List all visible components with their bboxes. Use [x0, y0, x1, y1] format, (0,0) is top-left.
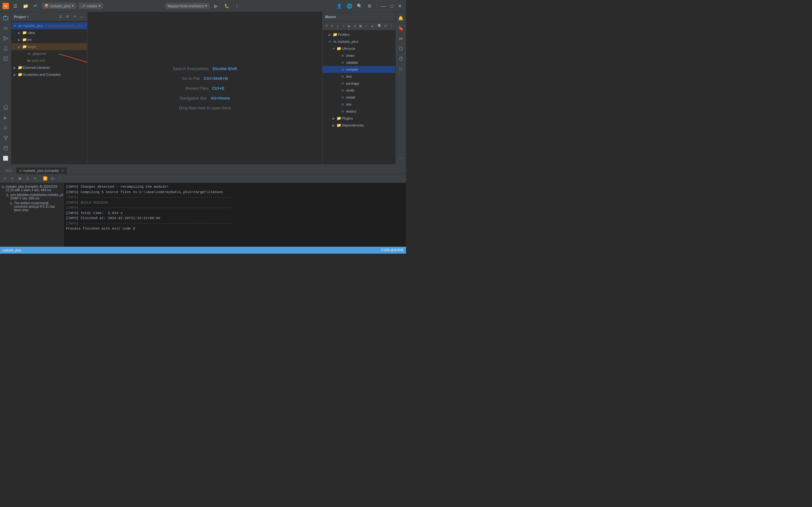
svg-rect-8	[6, 38, 8, 39]
nav-back[interactable]: ↶	[32, 2, 39, 10]
tree-item-src[interactable]: ▶ 📁 src	[11, 36, 87, 43]
status-right: CSDN @辈辈辈	[381, 248, 403, 252]
panel-settings-icon[interactable]: ⚙	[64, 14, 71, 20]
run-button[interactable]: ▶	[212, 2, 220, 10]
bottom-tab-run[interactable]: Run	[3, 167, 15, 174]
maven-reload-icon[interactable]: ⟳	[330, 22, 335, 30]
tree-item-pom[interactable]: m pom.xml	[11, 57, 87, 64]
panel-minimize-icon[interactable]: —	[78, 14, 85, 20]
right-gradle-icon[interactable]	[396, 44, 406, 53]
maven-item-package[interactable]: ⚙ package	[323, 80, 395, 87]
sidebar-project-icon[interactable]	[1, 13, 10, 23]
maven-stop-icon[interactable]: ⏹	[358, 22, 363, 30]
close-tab-icon[interactable]: ✕	[61, 169, 64, 172]
maven-skip-test-icon[interactable]: ⊘	[353, 22, 358, 30]
debug-button[interactable]: 🐛	[222, 2, 231, 10]
sidebar-vcs-icon[interactable]	[1, 23, 10, 33]
sidebar-terminal-icon[interactable]: ⬜	[1, 154, 10, 163]
search-icon[interactable]: 🔍	[356, 2, 363, 10]
right-todo-icon[interactable]: ☑	[396, 64, 406, 73]
maven-item-deploy[interactable]: ⚙ deploy	[323, 108, 395, 115]
tree-item-target[interactable]: ▶ 📁 target	[11, 43, 87, 50]
maven-arrow-clean	[335, 53, 340, 58]
maven-item-validate[interactable]: ⚙ validate	[323, 59, 395, 66]
user-icon[interactable]: 👤	[335, 2, 343, 10]
maven-more-icon[interactable]: ⋮	[389, 22, 394, 30]
sidebar-debug-icon[interactable]	[1, 123, 10, 132]
folder-icon[interactable]: 📁	[21, 2, 29, 10]
bottom-restart-icon[interactable]: ↺	[1, 175, 8, 182]
project-selector[interactable]: 📦 mybatis_plus ▾	[42, 3, 76, 9]
more-run-options[interactable]: ⋮	[233, 2, 241, 10]
sidebar-notifications-icon[interactable]	[1, 103, 10, 112]
maven-item-verify[interactable]: ⚙ verify	[323, 87, 395, 94]
maven-item-profiles[interactable]: ▶ 📁 Profiles	[323, 31, 395, 38]
maven-checksum-icon[interactable]: ✓	[364, 22, 369, 30]
maven-item-clean[interactable]: ⚙ clean	[323, 52, 395, 59]
project-dropdown-icon: ▾	[72, 4, 73, 8]
minimize-button[interactable]: —	[380, 3, 387, 9]
console-line-2: [INFO] Compiling 5 source files to C:\Ja…	[66, 189, 403, 195]
maven-item-compile[interactable]: ⚙ compile	[323, 66, 395, 73]
bottom-rerun-icon[interactable]: ⟳	[9, 175, 16, 182]
panel-locate-icon[interactable]: ◎	[57, 14, 64, 20]
right-notifications-icon[interactable]: 🔔	[396, 13, 406, 23]
maven-item-install[interactable]: ⚙ install	[323, 94, 395, 101]
status-csdn: CSDN @辈辈辈	[381, 248, 403, 252]
bottom-eye-icon[interactable]: 👁	[32, 175, 39, 182]
editor-area: Search Everywhere Double Shift Go to Fil…	[88, 12, 322, 164]
run-tree-compile-root[interactable]: ⚠ mybatis_plus [compile]: At 2024/2/20 2…	[1, 184, 62, 192]
maven-run-icon[interactable]: ▶	[347, 22, 352, 30]
maven-settings-icon[interactable]: ⚙	[383, 22, 388, 30]
hint-goto-file: Go to File Ctrl+Shift+N	[182, 76, 228, 81]
maven-item-lifecycle[interactable]: ▼ 📁 Lifecycle	[323, 45, 395, 52]
tree-item-root[interactable]: ▼ m mybatis_plus C:\Java\code\mybatis_pl…	[11, 22, 87, 29]
bottom-stop-icon[interactable]: ⏹	[16, 175, 23, 182]
maven-download-icon[interactable]: ⤓	[335, 22, 340, 30]
sidebar-bookmark-icon[interactable]	[1, 44, 10, 53]
branch-selector[interactable]: ⎇ master ▾	[79, 3, 103, 9]
run-tree-artifact-warn[interactable]: ⚠ The artifact mysql:mysql-connector-jav…	[1, 201, 62, 213]
tree-item-gitignore[interactable]: ⚙ .gitignore	[11, 50, 87, 57]
right-database-icon[interactable]	[396, 54, 406, 63]
maven-item-plugins[interactable]: ▶ 📁 Plugins	[323, 115, 395, 122]
sidebar-structure-icon[interactable]	[1, 34, 10, 43]
translate-icon[interactable]: 🌐	[345, 2, 353, 10]
maven-item-test[interactable]: ⚙ test	[323, 73, 395, 80]
bottom-wrap-icon[interactable]: ⏭	[49, 175, 56, 182]
maven-arrow-module: ▼	[328, 39, 332, 44]
tree-icon-scratches: 📁	[18, 72, 22, 77]
settings-icon[interactable]: ⚙	[366, 2, 373, 10]
right-maven-icon[interactable]: m	[396, 34, 406, 43]
right-bookmarks-icon[interactable]: 🔖	[396, 23, 406, 33]
bottom-more-icon[interactable]: ⋮	[57, 175, 64, 182]
sidebar-git-icon[interactable]	[1, 133, 10, 143]
bottom-scroll-end-icon[interactable]: ⏬	[42, 175, 49, 182]
console-output[interactable]: [INFO] Changes detected - recompiling th…	[63, 183, 406, 247]
sidebar-todo-icon[interactable]	[1, 54, 10, 63]
maven-resolve-icon[interactable]: ◈	[370, 22, 375, 30]
maven-arrow-site	[335, 102, 340, 107]
maven-search-icon[interactable]: 🔍	[377, 22, 383, 30]
tree-item-idea[interactable]: ▶ 📁 .idea	[11, 29, 87, 36]
maven-add-icon[interactable]: +	[341, 22, 346, 30]
sidebar-database-icon[interactable]	[1, 143, 10, 153]
maven-item-site[interactable]: ⚙ site	[323, 101, 395, 108]
run-config-dropdown: ▾	[205, 4, 207, 8]
bottom-tab-compile[interactable]: m mybatis_plus [compile] ✕	[16, 167, 67, 174]
sidebar-run-icon[interactable]: ▶	[1, 113, 10, 122]
run-config-selector[interactable]: MapperTests.testSelect ▾	[165, 3, 210, 9]
maven-item-module[interactable]: ▼ m mybatis_plus	[323, 38, 395, 45]
right-more-icon[interactable]: ⋯	[396, 154, 406, 163]
maven-refresh-icon[interactable]: ↺	[324, 22, 329, 30]
close-button[interactable]: ✕	[396, 3, 403, 9]
maximize-button[interactable]: □	[388, 3, 395, 9]
hamburger-menu[interactable]: ☰	[11, 2, 19, 10]
hint-goto-key: Ctrl+Shift+N	[204, 76, 228, 81]
tree-item-ext-libs[interactable]: ▶ 📁 External Libraries	[11, 64, 87, 71]
tree-item-scratches[interactable]: ▶ 📁 Scratches and Consoles	[11, 71, 87, 78]
bottom-pause-icon[interactable]: ⏸	[24, 175, 31, 182]
run-tree-jar-node[interactable]: ⚠ com.bibubibu.mybatisplus:mybatis_plus:…	[1, 192, 62, 201]
maven-item-dependencies[interactable]: ▶ 📁 Dependencies	[323, 122, 395, 129]
panel-close-icon[interactable]: ✕	[71, 14, 78, 20]
